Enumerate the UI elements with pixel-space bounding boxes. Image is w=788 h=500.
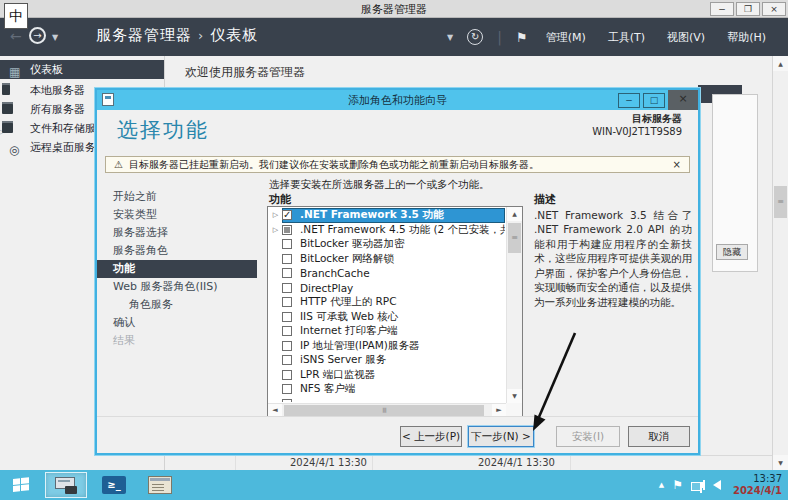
feature-checkbox[interactable] — [282, 312, 292, 322]
wizard-step-0[interactable]: 开始之前 — [97, 188, 257, 206]
feature-row-12[interactable]: NFS 客户端 — [269, 382, 505, 397]
feature-checkbox[interactable] — [282, 399, 292, 402]
scroll-up-icon[interactable] — [773, 56, 788, 71]
breadcrumb-current[interactable]: 仪表板 — [210, 26, 258, 44]
feature-checkbox[interactable] — [282, 341, 292, 351]
feature-checkbox[interactable] — [282, 268, 292, 278]
warning-icon — [114, 160, 123, 170]
wizard-step-5[interactable]: Web 服务器角色(IIS) — [97, 278, 257, 296]
ime-indicator[interactable]: 中 — [4, 3, 28, 29]
taskbar-powershell[interactable] — [94, 472, 134, 498]
cancel-button[interactable]: 取消 — [628, 426, 690, 447]
warning-text: 目标服务器已挂起重新启动。我们建议你在安装或删除角色或功能之前重新启动目标服务器… — [129, 158, 539, 172]
warning-close-icon[interactable] — [673, 159, 681, 170]
clock-date: 2024/4/1 — [733, 485, 782, 498]
breadcrumb: 服务器管理器仪表板 — [96, 26, 258, 45]
table-column-divider — [570, 455, 571, 470]
feature-checkbox[interactable] — [282, 370, 292, 380]
feature-row-2[interactable]: BitLocker 驱动器加密 — [269, 237, 505, 252]
wizard-step-6[interactable]: 角色服务 — [97, 296, 257, 314]
feature-row-10[interactable]: iSNS Server 服务 — [269, 353, 505, 368]
wizard-steps: 开始之前安装类型服务器选择服务器角色功能Web 服务器角色(IIS)角色服务确认… — [97, 188, 257, 350]
feature-checkbox[interactable] — [282, 326, 292, 336]
feature-checkbox[interactable] — [282, 283, 292, 293]
clock[interactable]: 13:37 2024/4/1 — [729, 473, 782, 498]
expand-arrow-icon[interactable] — [269, 226, 282, 234]
feature-label: BranchCache — [297, 267, 373, 279]
feature-checkbox[interactable] — [282, 225, 292, 235]
feature-label: IIS 可承载 Web 核心 — [297, 310, 401, 324]
chevron-down-icon[interactable] — [447, 33, 453, 42]
forward-dropdown-icon[interactable] — [52, 33, 58, 42]
feature-row-11[interactable]: LPR 端口监视器 — [269, 368, 505, 383]
taskbar-server-manager[interactable] — [45, 472, 87, 498]
feature-label: .NET Framework 3.5 功能 — [297, 208, 447, 222]
dialog-minimize-icon[interactable] — [618, 93, 640, 108]
wizard-step-4[interactable]: 功能 — [97, 260, 257, 278]
feature-checkbox[interactable] — [282, 210, 292, 220]
feature-row-0[interactable]: .NET Framework 3.5 功能 — [269, 208, 505, 223]
main-scrollbar[interactable] — [772, 56, 788, 470]
dialog-titlebar[interactable]: 添加角色和功能向导 — [97, 90, 698, 110]
features-horizontal-scrollbar[interactable] — [268, 403, 506, 417]
all-servers-icon — [2, 102, 13, 114]
feature-row-7[interactable]: IIS 可承载 Web 核心 — [269, 310, 505, 325]
target-server-name: WIN-V0J2T1T9S89 — [592, 126, 682, 137]
menu-tools[interactable]: 工具(T) — [604, 28, 649, 47]
minimize-icon[interactable] — [710, 2, 734, 16]
wizard-step-3[interactable]: 服务器角色 — [97, 242, 257, 260]
scroll-down-icon[interactable] — [773, 455, 788, 470]
feature-checkbox[interactable] — [282, 254, 292, 264]
next-button[interactable]: 下一步(N) > — [468, 426, 534, 447]
breadcrumb-root[interactable]: 服务器管理器 — [96, 26, 192, 44]
taskbar-console-window[interactable] — [140, 472, 180, 498]
expand-arrow-icon[interactable] — [269, 211, 282, 219]
volume-icon[interactable] — [713, 480, 721, 490]
restore-icon[interactable] — [736, 2, 760, 16]
scrollbar-thumb[interactable] — [508, 223, 521, 253]
divider — [497, 29, 502, 45]
scroll-up-icon[interactable] — [507, 207, 522, 221]
feature-row-4[interactable]: BranchCache — [269, 266, 505, 281]
scroll-down-icon[interactable] — [507, 389, 522, 403]
menu-help[interactable]: 帮助(H) — [723, 28, 770, 47]
dialog-maximize-icon[interactable] — [643, 93, 665, 108]
notifications-flag-icon[interactable] — [516, 30, 528, 45]
sidebar-item-label: 仪表板 — [30, 63, 63, 76]
menu-manage[interactable]: 管理(M) — [542, 28, 590, 47]
window-titlebar: 服务器管理器 — [0, 0, 788, 18]
wizard-step-1[interactable]: 安装类型 — [97, 206, 257, 224]
forward-arrow-icon[interactable] — [29, 27, 46, 44]
menu-view[interactable]: 视图(V) — [663, 28, 709, 47]
feature-row-9[interactable]: IP 地址管理(IPAM)服务器 — [269, 339, 505, 354]
dialog-close-icon[interactable] — [668, 90, 698, 110]
features-vertical-scrollbar[interactable] — [506, 207, 522, 403]
feature-row-8[interactable]: Internet 打印客户端 — [269, 324, 505, 339]
feature-row-1[interactable]: .NET Framework 4.5 功能 (2 个已安装，共 7 个) — [269, 223, 505, 238]
start-button[interactable] — [0, 470, 42, 500]
scrollbar-thumb[interactable] — [774, 186, 787, 218]
scrollbar-thumb[interactable] — [284, 405, 484, 416]
refresh-icon[interactable] — [467, 29, 483, 45]
feature-row-6[interactable]: HTTP 代理上的 RPC — [269, 295, 505, 310]
feature-row-5[interactable]: DirectPlay — [269, 281, 505, 296]
feature-checkbox[interactable] — [282, 355, 292, 365]
hide-button[interactable]: 隐藏 — [716, 244, 748, 260]
remote-desktop-icon — [9, 143, 22, 155]
feature-checkbox[interactable] — [282, 297, 292, 307]
action-center-flag-icon[interactable] — [672, 478, 683, 492]
dialog-footer: < 上一步(P) 下一步(N) > 安装(I) 取消 — [97, 416, 698, 453]
feature-row-13[interactable] — [269, 397, 505, 403]
back-arrow-icon[interactable] — [10, 28, 22, 44]
wizard-step-2[interactable]: 服务器选择 — [97, 224, 257, 242]
powershell-icon — [102, 476, 126, 494]
wizard-step-7[interactable]: 确认 — [97, 314, 257, 332]
feature-row-3[interactable]: BitLocker 网络解锁 — [269, 252, 505, 267]
close-icon[interactable] — [762, 2, 786, 16]
feature-checkbox[interactable] — [282, 239, 292, 249]
previous-button[interactable]: < 上一步(P) — [400, 426, 462, 447]
event-timestamp: 2024/4/1 13:30 — [478, 457, 555, 468]
feature-checkbox[interactable] — [282, 384, 292, 394]
sidebar-item-0[interactable]: 仪表板 — [0, 60, 164, 79]
show-hidden-icons-icon[interactable] — [659, 481, 664, 489]
